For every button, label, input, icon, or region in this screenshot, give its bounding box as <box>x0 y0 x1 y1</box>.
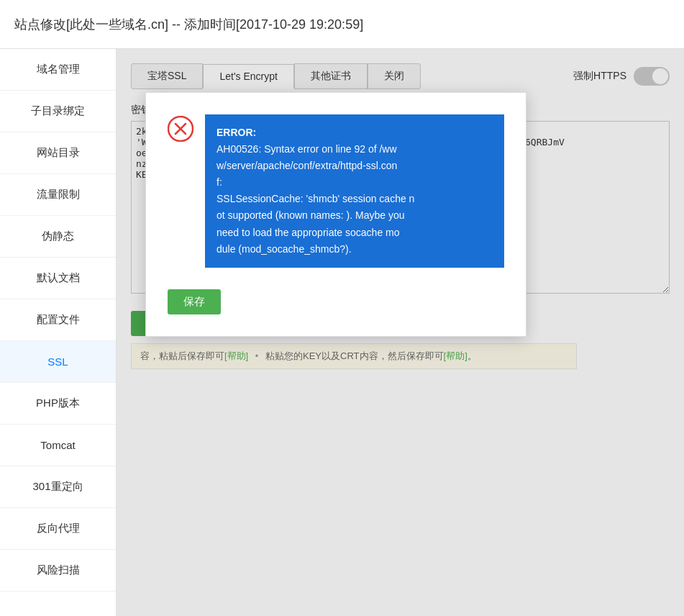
dialog-save-button[interactable]: 保存 <box>168 289 221 314</box>
sidebar: 域名管理 子目录绑定 网站目录 流量限制 伪静态 默认文档 配置文件 SSL P… <box>0 49 117 616</box>
sidebar-item-php-version[interactable]: PHP版本 <box>0 383 116 425</box>
dialog-content-row: ERROR: AH00526: Syntax error on line 92 … <box>168 114 504 268</box>
error-dialog: ERROR: AH00526: Syntax error on line 92 … <box>145 92 526 337</box>
error-message-block: ERROR: AH00526: Syntax error on line 92 … <box>205 114 504 268</box>
error-message-text: AH00526: Syntax error on line 92 of /www… <box>216 143 414 255</box>
sidebar-item-risk-scan[interactable]: 风险扫描 <box>0 550 116 592</box>
dialog-save-row: 保存 <box>168 282 504 314</box>
sidebar-item-pseudo-static[interactable]: 伪静态 <box>0 216 116 258</box>
error-dialog-overlay: ERROR: AH00526: Syntax error on line 92 … <box>117 49 684 616</box>
error-label: ERROR: <box>216 127 256 138</box>
title-bar: 站点修改[此处一些域名.cn] -- 添加时间[2017-10-29 19:20… <box>0 0 684 49</box>
sidebar-item-tomcat[interactable]: Tomcat <box>0 425 116 466</box>
error-icon <box>168 116 193 142</box>
main-layout: 域名管理 子目录绑定 网站目录 流量限制 伪静态 默认文档 配置文件 SSL P… <box>0 49 684 616</box>
sidebar-item-ssl[interactable]: SSL <box>0 341 116 383</box>
sidebar-item-domain[interactable]: 域名管理 <box>0 49 116 91</box>
sidebar-item-default-doc[interactable]: 默认文档 <box>0 258 116 299</box>
sidebar-item-config-file[interactable]: 配置文件 <box>0 299 116 341</box>
sidebar-item-traffic[interactable]: 流量限制 <box>0 174 116 216</box>
sidebar-item-subdir[interactable]: 子目录绑定 <box>0 91 116 132</box>
sidebar-item-website-dir[interactable]: 网站目录 <box>0 132 116 174</box>
content-area: 宝塔SSL Let's Encrypt 其他证书 关闭 强制HTTPS 密钥(K… <box>117 49 684 616</box>
sidebar-item-reverse-proxy[interactable]: 反向代理 <box>0 508 116 550</box>
page-title: 站点修改[此处一些域名.cn] -- 添加时间[2017-10-29 19:20… <box>14 16 363 33</box>
sidebar-item-301-redirect[interactable]: 301重定向 <box>0 466 116 508</box>
